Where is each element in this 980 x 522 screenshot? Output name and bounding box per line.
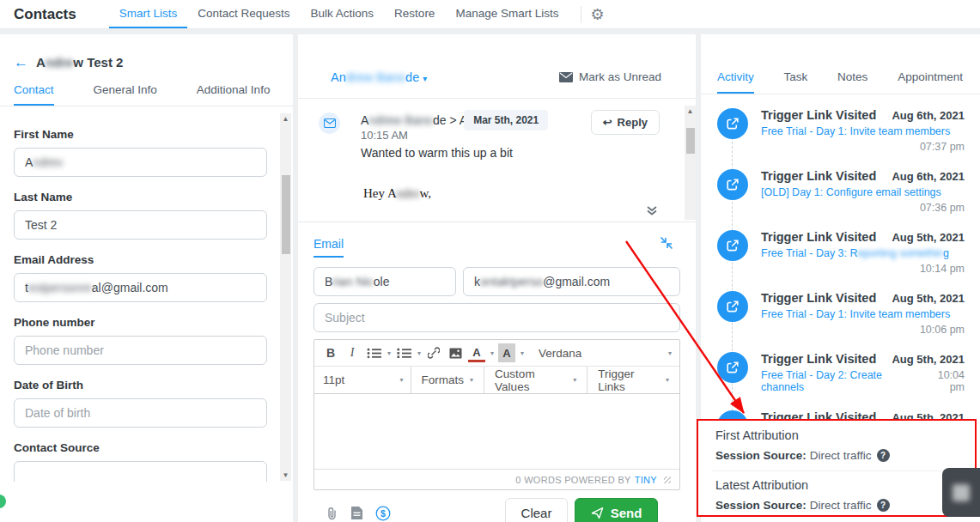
- bullet-list-button[interactable]: [365, 343, 382, 362]
- tab-activity[interactable]: Activity: [717, 70, 754, 94]
- text-color-button[interactable]: A: [468, 343, 485, 362]
- message-date-badge: Mar 5th, 2021: [464, 110, 548, 130]
- font-family-dropdown[interactable]: Verdana: [539, 347, 581, 360]
- attach-file-icon[interactable]: [326, 507, 338, 520]
- tiny-brand-link[interactable]: TINY: [635, 475, 657, 485]
- entry-title: Trigger Link Visited: [761, 291, 876, 305]
- payment-dollar-icon[interactable]: $: [375, 506, 391, 521]
- settings-gear-icon[interactable]: ⚙: [590, 7, 604, 22]
- template-document-icon[interactable]: [351, 507, 362, 519]
- scrollbar-thumb[interactable]: [282, 175, 290, 254]
- chevron-down-icon[interactable]: ▾: [417, 349, 421, 357]
- thread-scrollbar[interactable]: ▲: [685, 106, 696, 220]
- help-question-icon[interactable]: ?: [877, 499, 890, 512]
- scrollbar-thumb[interactable]: [686, 128, 695, 154]
- trigger-link[interactable]: [OLD] Day 1: Configure email settings: [761, 186, 965, 198]
- first-name-field[interactable]: Andrev: [14, 148, 267, 177]
- resize-handle[interactable]: [664, 476, 671, 483]
- contact-source-label: Contact Source: [14, 441, 267, 454]
- first-attribution-title: First Attribution: [715, 428, 961, 442]
- tab-contact-requests[interactable]: Contact Requests: [187, 0, 300, 28]
- activity-entry: Trigger Link Visited Aug 6th, 2021 [OLD]…: [761, 169, 965, 217]
- chat-widget-button[interactable]: [942, 468, 980, 517]
- clear-button[interactable]: Clear: [505, 498, 568, 522]
- formats-dropdown[interactable]: Formats▾: [411, 367, 484, 393]
- mark-as-unread-button[interactable]: Mark as Unread: [559, 70, 661, 83]
- chevron-down-icon[interactable]: ▾: [668, 349, 672, 357]
- tab-email[interactable]: Email: [313, 237, 344, 258]
- session-source-value: Direct traffic: [810, 449, 872, 462]
- trigger-link-icon: [717, 169, 748, 200]
- chevron-down-icon[interactable]: ▾: [490, 349, 494, 357]
- redacted-text: ndrew Bano: [368, 113, 433, 127]
- activity-entry: Trigger Link Visited Aug 6th, 2021 Free …: [761, 108, 965, 156]
- activity-entry: Trigger Link Visited Aug 5th, 2021 Free …: [761, 291, 965, 339]
- send-button[interactable]: Send: [575, 498, 658, 522]
- editor-toolbar-row2: 11pt▾ Formats▾ Custom Values▾ Trigger Li…: [314, 366, 679, 393]
- reply-button[interactable]: ↩ Reply: [591, 110, 660, 135]
- tab-appointment[interactable]: Appointment: [898, 70, 963, 94]
- trigger-link[interactable]: Free Trial - Day 1: Invite team members: [761, 125, 965, 137]
- contact-title: Andrew Test 2: [36, 55, 123, 70]
- scroll-up-icon[interactable]: ▲: [685, 106, 696, 117]
- tab-restore[interactable]: Restore: [384, 0, 445, 28]
- font-size-dropdown[interactable]: 11pt▾: [314, 367, 411, 393]
- trigger-link[interactable]: Free Trial - Day 3: Reporting something: [761, 247, 965, 259]
- tab-contact[interactable]: Contact: [14, 83, 54, 106]
- compress-composer-icon[interactable]: [660, 236, 673, 253]
- chat-widget-icon: [953, 484, 970, 501]
- trigger-links-dropdown[interactable]: Trigger Links▾: [587, 367, 679, 393]
- dob-label: Date of Birth: [14, 379, 267, 392]
- trigger-link[interactable]: Free Trial - Day 1: Invite team members: [761, 308, 965, 320]
- email-body-editor[interactable]: [314, 393, 679, 469]
- numbered-list-button[interactable]: [395, 343, 412, 362]
- from-name-field[interactable]: Brian Nicole: [313, 267, 456, 296]
- left-panel-scrollbar[interactable]: ▲ ▼: [280, 113, 291, 481]
- entry-time: 10:06 pm: [761, 324, 965, 336]
- subject-field[interactable]: [313, 303, 680, 332]
- trigger-link[interactable]: Free Trial - Day 2: Create channels: [761, 369, 922, 393]
- custom-values-dropdown[interactable]: Custom Values▾: [484, 367, 587, 393]
- scroll-up-icon[interactable]: ▲: [280, 113, 291, 124]
- tab-task[interactable]: Task: [784, 70, 808, 94]
- entry-time: 07:37 pm: [761, 141, 965, 153]
- collapse-message-icon[interactable]: [646, 204, 658, 220]
- divider: [712, 470, 961, 471]
- tab-smart-lists[interactable]: Smart Lists: [109, 0, 188, 28]
- message-time: 10:15 AM: [361, 129, 408, 142]
- bold-button[interactable]: B: [322, 343, 339, 362]
- insert-image-button[interactable]: [447, 343, 464, 362]
- phone-field[interactable]: [14, 336, 267, 365]
- tab-bulk-actions[interactable]: Bulk Actions: [301, 0, 385, 28]
- back-arrow-icon[interactable]: ←: [14, 55, 28, 70]
- redacted-text: eporting somethin: [858, 247, 943, 259]
- chevron-down-icon: ▾: [666, 376, 669, 384]
- last-name-field[interactable]: [14, 210, 267, 240]
- chevron-down-icon[interactable]: ▾: [520, 349, 524, 357]
- contact-panel-tabs: Contact General Info Additional Info: [14, 83, 279, 106]
- paper-plane-icon: [591, 507, 604, 519]
- highlight-color-button[interactable]: A: [498, 343, 515, 362]
- tab-additional-info[interactable]: Additional Info: [197, 83, 271, 106]
- italic-button[interactable]: I: [344, 343, 361, 362]
- top-nav-tabs: Smart Lists Contact Requests Bulk Action…: [109, 0, 569, 28]
- chevron-down-icon: ▾: [400, 376, 404, 384]
- tab-general-info[interactable]: General Info: [94, 83, 157, 106]
- help-question-icon[interactable]: ?: [877, 449, 890, 462]
- insert-link-button[interactable]: [425, 343, 442, 362]
- tab-manage-smart-lists[interactable]: Manage Smart Lists: [445, 0, 569, 28]
- contact-form: First Name Andrev Last Name Email Addres…: [0, 111, 293, 482]
- from-email-field[interactable]: kontaktperso@gmail.com: [463, 267, 680, 296]
- dob-field[interactable]: [14, 398, 267, 428]
- session-source-label: Session Source:: [715, 499, 807, 512]
- entry-title: Trigger Link Visited: [761, 230, 876, 244]
- redacted-text: estpersonre: [28, 281, 92, 294]
- redacted-text: ndrev: [33, 155, 63, 169]
- trigger-link-icon: [717, 291, 748, 322]
- contact-name-dropdown[interactable]: Andrew Banode▾: [331, 70, 427, 84]
- email-field[interactable]: testpersonreal@gmail.com: [14, 273, 267, 302]
- tab-notes[interactable]: Notes: [837, 70, 867, 94]
- chevron-down-icon[interactable]: ▾: [387, 349, 391, 357]
- contact-source-field[interactable]: [14, 461, 267, 482]
- scroll-down-icon[interactable]: ▼: [280, 470, 291, 481]
